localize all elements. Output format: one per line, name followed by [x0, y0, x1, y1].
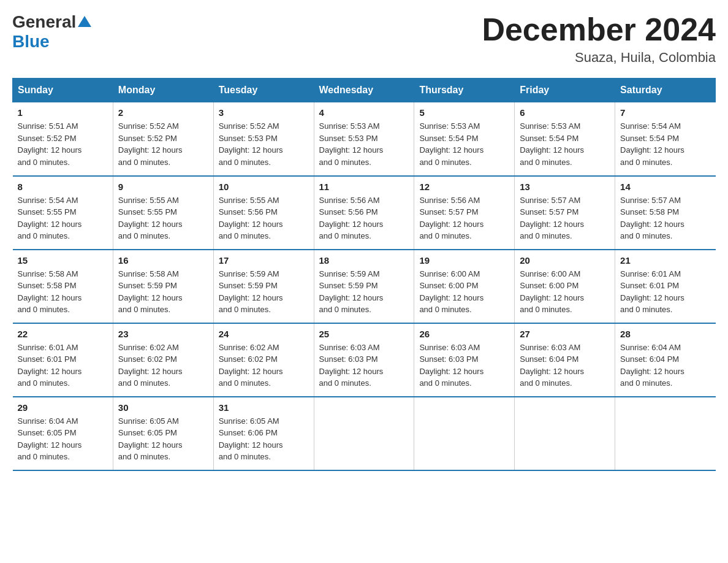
header-day-thursday: Thursday [414, 79, 515, 102]
day-number: 12 [419, 182, 509, 192]
calendar-week-row: 29Sunrise: 6:04 AMSunset: 6:05 PMDayligh… [13, 397, 716, 470]
day-info: Sunrise: 6:03 AMSunset: 6:04 PMDaylight:… [520, 342, 610, 389]
day-info: Sunrise: 6:05 AMSunset: 6:06 PMDaylight:… [219, 415, 309, 463]
day-info: Sunrise: 6:02 AMSunset: 6:02 PMDaylight:… [118, 342, 208, 389]
calendar-cell: 25Sunrise: 6:03 AMSunset: 6:03 PMDayligh… [314, 323, 414, 397]
page-header: General Blue December 2024 Suaza, Huila,… [12, 12, 716, 66]
day-info: Sunrise: 5:54 AMSunset: 5:55 PMDaylight:… [18, 194, 108, 242]
header-day-wednesday: Wednesday [314, 79, 414, 102]
day-number: 31 [219, 402, 309, 413]
day-number: 30 [118, 402, 208, 413]
calendar-cell: 16Sunrise: 5:58 AMSunset: 5:59 PMDayligh… [113, 250, 213, 323]
day-number: 9 [118, 182, 208, 192]
day-number: 29 [18, 402, 108, 413]
day-number: 28 [620, 329, 710, 339]
day-info: Sunrise: 5:59 AMSunset: 5:59 PMDaylight:… [319, 268, 409, 316]
day-number: 17 [219, 255, 309, 266]
calendar-cell: 30Sunrise: 6:05 AMSunset: 6:05 PMDayligh… [113, 397, 213, 470]
calendar-cell [615, 397, 716, 470]
day-info: Sunrise: 5:57 AMSunset: 5:58 PMDaylight:… [620, 194, 710, 242]
day-number: 6 [520, 107, 610, 118]
calendar-cell: 4Sunrise: 5:53 AMSunset: 5:53 PMDaylight… [314, 102, 414, 176]
logo-blue-text: Blue [12, 32, 50, 51]
calendar-cell: 22Sunrise: 6:01 AMSunset: 6:01 PMDayligh… [13, 323, 113, 397]
day-number: 18 [319, 255, 409, 266]
calendar-cell: 17Sunrise: 5:59 AMSunset: 5:59 PMDayligh… [213, 250, 314, 323]
day-info: Sunrise: 5:56 AMSunset: 5:56 PMDaylight:… [319, 194, 409, 242]
day-number: 10 [219, 182, 309, 192]
day-info: Sunrise: 5:57 AMSunset: 5:57 PMDaylight:… [520, 194, 610, 242]
calendar-header-row: SundayMondayTuesdayWednesdayThursdayFrid… [13, 79, 716, 102]
day-number: 19 [419, 255, 509, 266]
calendar-cell: 29Sunrise: 6:04 AMSunset: 6:05 PMDayligh… [13, 397, 113, 470]
calendar-cell: 9Sunrise: 5:55 AMSunset: 5:55 PMDaylight… [113, 176, 213, 250]
calendar-week-row: 22Sunrise: 6:01 AMSunset: 6:01 PMDayligh… [13, 323, 716, 397]
day-number: 1 [18, 107, 108, 118]
calendar-cell: 3Sunrise: 5:52 AMSunset: 5:53 PMDaylight… [213, 102, 314, 176]
calendar-cell: 12Sunrise: 5:56 AMSunset: 5:57 PMDayligh… [414, 176, 515, 250]
day-number: 14 [620, 182, 710, 192]
calendar-cell: 19Sunrise: 6:00 AMSunset: 6:00 PMDayligh… [414, 250, 515, 323]
day-info: Sunrise: 6:01 AMSunset: 6:01 PMDaylight:… [620, 268, 710, 316]
calendar-table: SundayMondayTuesdayWednesdayThursdayFrid… [12, 78, 716, 471]
day-info: Sunrise: 5:54 AMSunset: 5:54 PMDaylight:… [620, 120, 710, 168]
calendar-cell: 5Sunrise: 5:53 AMSunset: 5:54 PMDaylight… [414, 102, 515, 176]
header-day-monday: Monday [113, 79, 213, 102]
calendar-cell: 24Sunrise: 6:02 AMSunset: 6:02 PMDayligh… [213, 323, 314, 397]
header-day-tuesday: Tuesday [213, 79, 314, 102]
header-day-saturday: Saturday [615, 79, 716, 102]
calendar-cell: 20Sunrise: 6:00 AMSunset: 6:00 PMDayligh… [515, 250, 615, 323]
calendar-cell: 23Sunrise: 6:02 AMSunset: 6:02 PMDayligh… [113, 323, 213, 397]
day-number: 21 [620, 255, 710, 266]
day-number: 16 [118, 255, 208, 266]
day-info: Sunrise: 5:58 AMSunset: 5:59 PMDaylight:… [118, 268, 208, 316]
day-info: Sunrise: 5:58 AMSunset: 5:58 PMDaylight:… [18, 268, 108, 316]
calendar-cell [414, 397, 515, 470]
day-info: Sunrise: 6:00 AMSunset: 6:00 PMDaylight:… [419, 268, 509, 316]
day-info: Sunrise: 5:53 AMSunset: 5:54 PMDaylight:… [419, 120, 509, 168]
day-number: 26 [419, 329, 509, 339]
day-info: Sunrise: 6:05 AMSunset: 6:05 PMDaylight:… [118, 415, 208, 463]
calendar-cell: 18Sunrise: 5:59 AMSunset: 5:59 PMDayligh… [314, 250, 414, 323]
day-info: Sunrise: 6:00 AMSunset: 6:00 PMDaylight:… [520, 268, 610, 316]
calendar-cell: 11Sunrise: 5:56 AMSunset: 5:56 PMDayligh… [314, 176, 414, 250]
header-day-sunday: Sunday [13, 79, 113, 102]
day-info: Sunrise: 6:04 AMSunset: 6:04 PMDaylight:… [620, 342, 710, 389]
day-info: Sunrise: 5:56 AMSunset: 5:57 PMDaylight:… [419, 194, 509, 242]
calendar-cell: 7Sunrise: 5:54 AMSunset: 5:54 PMDaylight… [615, 102, 716, 176]
day-number: 4 [319, 107, 409, 118]
day-number: 11 [319, 182, 409, 192]
day-number: 8 [18, 182, 108, 192]
calendar-cell: 1Sunrise: 5:51 AMSunset: 5:52 PMDaylight… [13, 102, 113, 176]
day-number: 24 [219, 329, 309, 339]
calendar-cell: 2Sunrise: 5:52 AMSunset: 5:52 PMDaylight… [113, 102, 213, 176]
calendar-cell: 21Sunrise: 6:01 AMSunset: 6:01 PMDayligh… [615, 250, 716, 323]
logo-general-text: General [12, 12, 76, 32]
day-number: 3 [219, 107, 309, 118]
day-info: Sunrise: 5:51 AMSunset: 5:52 PMDaylight:… [18, 120, 108, 168]
day-info: Sunrise: 6:04 AMSunset: 6:05 PMDaylight:… [18, 415, 108, 463]
calendar-cell: 15Sunrise: 5:58 AMSunset: 5:58 PMDayligh… [13, 250, 113, 323]
day-info: Sunrise: 6:03 AMSunset: 6:03 PMDaylight:… [419, 342, 509, 389]
logo: General Blue [12, 12, 91, 52]
day-number: 20 [520, 255, 610, 266]
calendar-cell [515, 397, 615, 470]
calendar-cell: 10Sunrise: 5:55 AMSunset: 5:56 PMDayligh… [213, 176, 314, 250]
logo-arrow-icon [78, 15, 91, 31]
day-number: 7 [620, 107, 710, 118]
day-number: 2 [118, 107, 208, 118]
day-info: Sunrise: 5:52 AMSunset: 5:53 PMDaylight:… [219, 120, 309, 168]
day-info: Sunrise: 6:02 AMSunset: 6:02 PMDaylight:… [219, 342, 309, 389]
calendar-week-row: 1Sunrise: 5:51 AMSunset: 5:52 PMDaylight… [13, 102, 716, 176]
calendar-cell [314, 397, 414, 470]
calendar-cell: 8Sunrise: 5:54 AMSunset: 5:55 PMDaylight… [13, 176, 113, 250]
day-number: 23 [118, 329, 208, 339]
calendar-cell: 31Sunrise: 6:05 AMSunset: 6:06 PMDayligh… [213, 397, 314, 470]
header-day-friday: Friday [515, 79, 615, 102]
day-info: Sunrise: 5:53 AMSunset: 5:53 PMDaylight:… [319, 120, 409, 168]
day-info: Sunrise: 6:03 AMSunset: 6:03 PMDaylight:… [319, 342, 409, 389]
day-number: 22 [18, 329, 108, 339]
day-number: 5 [419, 107, 509, 118]
day-number: 27 [520, 329, 610, 339]
location-subtitle: Suaza, Huila, Colombia [482, 50, 716, 66]
